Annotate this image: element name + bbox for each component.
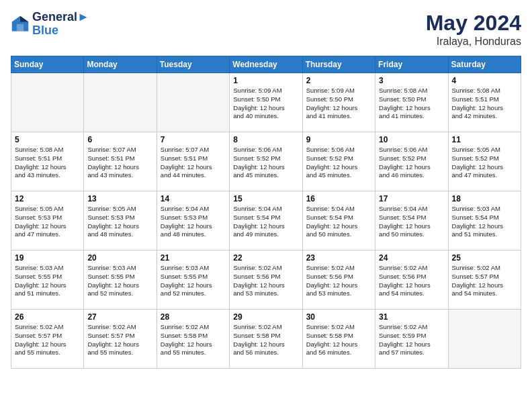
calendar-cell: 23Sunrise: 5:02 AMSunset: 5:56 PMDayligh… <box>302 250 375 310</box>
calendar-cell: 30Sunrise: 5:02 AMSunset: 5:58 PMDayligh… <box>302 310 375 369</box>
day-info: Sunrise: 5:02 AMSunset: 5:56 PMDaylight:… <box>379 264 444 298</box>
calendar-cell: 3Sunrise: 5:08 AMSunset: 5:50 PMDaylight… <box>375 73 448 132</box>
day-number: 7 <box>161 135 226 144</box>
day-info: Sunrise: 5:03 AMSunset: 5:54 PMDaylight:… <box>452 205 517 239</box>
calendar-cell: 21Sunrise: 5:03 AMSunset: 5:55 PMDayligh… <box>157 250 229 310</box>
page-header: General► Blue May 2024 Iralaya, Honduras <box>11 11 521 48</box>
weekday-header-monday: Monday <box>84 56 157 73</box>
day-info: Sunrise: 5:08 AMSunset: 5:51 PMDaylight:… <box>452 87 517 121</box>
calendar-week-1: 1Sunrise: 5:09 AMSunset: 5:50 PMDaylight… <box>11 73 521 132</box>
weekday-header-saturday: Saturday <box>448 56 521 73</box>
calendar-cell: 1Sunrise: 5:09 AMSunset: 5:50 PMDaylight… <box>230 73 302 132</box>
calendar-cell: 8Sunrise: 5:06 AMSunset: 5:52 PMDaylight… <box>230 132 302 191</box>
calendar-cell: 10Sunrise: 5:06 AMSunset: 5:52 PMDayligh… <box>375 132 448 191</box>
day-info: Sunrise: 5:05 AMSunset: 5:52 PMDaylight:… <box>452 146 517 180</box>
day-info: Sunrise: 5:02 AMSunset: 5:57 PMDaylight:… <box>15 323 80 357</box>
day-number: 21 <box>161 253 226 263</box>
calendar-cell: 11Sunrise: 5:05 AMSunset: 5:52 PMDayligh… <box>448 132 521 191</box>
day-number: 13 <box>87 194 152 203</box>
day-info: Sunrise: 5:08 AMSunset: 5:50 PMDaylight:… <box>379 87 444 121</box>
calendar-cell: 9Sunrise: 5:06 AMSunset: 5:52 PMDaylight… <box>302 132 375 191</box>
day-info: Sunrise: 5:02 AMSunset: 5:58 PMDaylight:… <box>233 323 298 357</box>
weekday-header-friday: Friday <box>375 56 448 73</box>
svg-rect-2 <box>17 24 24 32</box>
day-info: Sunrise: 5:09 AMSunset: 5:50 PMDaylight:… <box>233 87 298 121</box>
day-number: 9 <box>306 135 371 144</box>
calendar-cell <box>84 73 157 132</box>
day-info: Sunrise: 5:02 AMSunset: 5:56 PMDaylight:… <box>233 264 298 298</box>
title-block: May 2024 Iralaya, Honduras <box>426 11 521 48</box>
day-info: Sunrise: 5:09 AMSunset: 5:50 PMDaylight:… <box>306 87 371 121</box>
calendar-cell: 31Sunrise: 5:02 AMSunset: 5:59 PMDayligh… <box>375 310 448 369</box>
day-number: 4 <box>452 76 517 85</box>
day-number: 5 <box>15 135 80 144</box>
weekday-header-tuesday: Tuesday <box>157 56 229 73</box>
day-info: Sunrise: 5:03 AMSunset: 5:55 PMDaylight:… <box>87 264 152 298</box>
calendar-week-5: 26Sunrise: 5:02 AMSunset: 5:57 PMDayligh… <box>11 310 521 369</box>
calendar-cell: 7Sunrise: 5:07 AMSunset: 5:51 PMDaylight… <box>157 132 229 191</box>
day-info: Sunrise: 5:03 AMSunset: 5:55 PMDaylight:… <box>15 264 80 298</box>
calendar-table: SundayMondayTuesdayWednesdayThursdayFrid… <box>11 56 521 369</box>
day-number: 22 <box>233 253 298 263</box>
calendar-cell: 29Sunrise: 5:02 AMSunset: 5:58 PMDayligh… <box>230 310 302 369</box>
calendar-cell: 27Sunrise: 5:02 AMSunset: 5:57 PMDayligh… <box>84 310 157 369</box>
day-info: Sunrise: 5:08 AMSunset: 5:51 PMDaylight:… <box>15 146 80 180</box>
day-number: 12 <box>15 194 80 203</box>
calendar-cell: 16Sunrise: 5:04 AMSunset: 5:54 PMDayligh… <box>302 191 375 250</box>
day-info: Sunrise: 5:06 AMSunset: 5:52 PMDaylight:… <box>233 146 298 180</box>
day-number: 1 <box>233 76 298 85</box>
calendar-cell <box>11 73 84 132</box>
calendar-cell: 6Sunrise: 5:07 AMSunset: 5:51 PMDaylight… <box>84 132 157 191</box>
day-number: 30 <box>306 312 371 322</box>
day-number: 20 <box>87 253 152 263</box>
calendar-cell: 14Sunrise: 5:04 AMSunset: 5:53 PMDayligh… <box>157 191 229 250</box>
day-number: 10 <box>379 135 444 144</box>
day-number: 23 <box>306 253 371 263</box>
calendar-week-2: 5Sunrise: 5:08 AMSunset: 5:51 PMDaylight… <box>11 132 521 191</box>
day-number: 3 <box>379 76 444 85</box>
calendar-cell: 24Sunrise: 5:02 AMSunset: 5:56 PMDayligh… <box>375 250 448 310</box>
logo-icon <box>11 15 30 34</box>
calendar-cell: 26Sunrise: 5:02 AMSunset: 5:57 PMDayligh… <box>11 310 84 369</box>
day-info: Sunrise: 5:06 AMSunset: 5:52 PMDaylight:… <box>379 146 444 180</box>
day-number: 11 <box>452 135 517 144</box>
day-number: 19 <box>15 253 80 263</box>
day-number: 29 <box>233 312 298 322</box>
day-info: Sunrise: 5:02 AMSunset: 5:58 PMDaylight:… <box>161 323 226 357</box>
calendar-cell: 17Sunrise: 5:04 AMSunset: 5:54 PMDayligh… <box>375 191 448 250</box>
day-info: Sunrise: 5:04 AMSunset: 5:54 PMDaylight:… <box>306 205 371 239</box>
day-number: 8 <box>233 135 298 144</box>
day-number: 28 <box>161 312 226 322</box>
day-info: Sunrise: 5:02 AMSunset: 5:59 PMDaylight:… <box>379 323 444 357</box>
logo-text: General► Blue <box>32 11 89 38</box>
calendar-cell: 25Sunrise: 5:02 AMSunset: 5:57 PMDayligh… <box>448 250 521 310</box>
calendar-cell: 15Sunrise: 5:04 AMSunset: 5:54 PMDayligh… <box>230 191 302 250</box>
calendar-cell: 2Sunrise: 5:09 AMSunset: 5:50 PMDaylight… <box>302 73 375 132</box>
logo: General► Blue <box>11 11 89 38</box>
day-info: Sunrise: 5:02 AMSunset: 5:58 PMDaylight:… <box>306 323 371 357</box>
calendar-cell: 18Sunrise: 5:03 AMSunset: 5:54 PMDayligh… <box>448 191 521 250</box>
day-number: 25 <box>452 253 517 263</box>
day-number: 24 <box>379 253 444 263</box>
calendar-cell: 22Sunrise: 5:02 AMSunset: 5:56 PMDayligh… <box>230 250 302 310</box>
calendar-week-3: 12Sunrise: 5:05 AMSunset: 5:53 PMDayligh… <box>11 191 521 250</box>
day-number: 16 <box>306 194 371 203</box>
day-info: Sunrise: 5:06 AMSunset: 5:52 PMDaylight:… <box>306 146 371 180</box>
calendar-cell: 12Sunrise: 5:05 AMSunset: 5:53 PMDayligh… <box>11 191 84 250</box>
day-info: Sunrise: 5:03 AMSunset: 5:55 PMDaylight:… <box>161 264 226 298</box>
calendar-cell: 20Sunrise: 5:03 AMSunset: 5:55 PMDayligh… <box>84 250 157 310</box>
day-number: 6 <box>87 135 152 144</box>
calendar-cell <box>448 310 521 369</box>
day-info: Sunrise: 5:07 AMSunset: 5:51 PMDaylight:… <box>87 146 152 180</box>
calendar-cell: 5Sunrise: 5:08 AMSunset: 5:51 PMDaylight… <box>11 132 84 191</box>
day-number: 14 <box>161 194 226 203</box>
calendar-week-4: 19Sunrise: 5:03 AMSunset: 5:55 PMDayligh… <box>11 250 521 310</box>
day-info: Sunrise: 5:05 AMSunset: 5:53 PMDaylight:… <box>87 205 152 239</box>
day-number: 27 <box>87 312 152 322</box>
weekday-header-row: SundayMondayTuesdayWednesdayThursdayFrid… <box>11 56 521 73</box>
weekday-header-thursday: Thursday <box>302 56 375 73</box>
weekday-header-wednesday: Wednesday <box>230 56 302 73</box>
day-info: Sunrise: 5:07 AMSunset: 5:51 PMDaylight:… <box>161 146 226 180</box>
calendar-cell <box>157 73 229 132</box>
svg-marker-1 <box>20 16 28 22</box>
